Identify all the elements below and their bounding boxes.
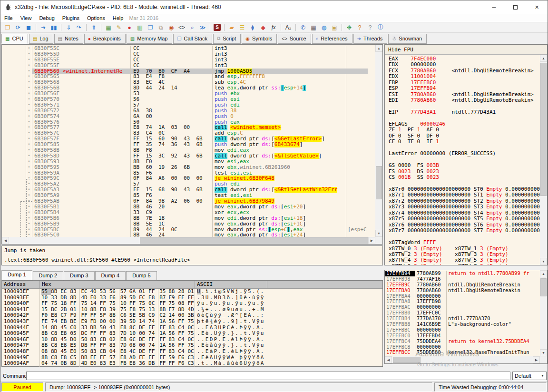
run-icon[interactable]: ➜ xyxy=(39,23,48,32)
calculator-icon[interactable]: ▦ xyxy=(309,23,318,32)
tab-snowman[interactable]: ☃Snowman xyxy=(388,34,427,44)
snowman-s-icon[interactable]: S xyxy=(214,24,221,31)
stack-vscrollbar[interactable]: ▲ ▼ xyxy=(540,270,547,356)
menu-item-options[interactable]: Options xyxy=(83,14,109,22)
breakpoint-dot[interactable]: • xyxy=(26,210,32,216)
close-button[interactable]: ✕ xyxy=(526,0,548,14)
stack-hscroll-thumb[interactable] xyxy=(393,357,421,363)
help-icon[interactable]: ? xyxy=(355,23,364,32)
script-icon[interactable]: ⧉ xyxy=(156,23,166,32)
stack-hscrollbar[interactable]: ◀ ▶ xyxy=(385,356,540,363)
info-icon[interactable]: ⓘ xyxy=(376,23,385,32)
tab-references[interactable]: ⌕References xyxy=(312,34,352,44)
dump-tab-3[interactable]: Dump 3 xyxy=(64,271,95,280)
breakpoint-dot[interactable]: • xyxy=(26,153,32,159)
disasm-hscrollbar[interactable]: ◀ ▶ xyxy=(2,237,375,244)
disasm-row[interactable]: •6B30F56F53push ebx xyxy=(2,91,368,97)
disasm-row[interactable]: •6B30F560 <wininet.InternetReE9 70 B0 CF… xyxy=(2,69,368,74)
disasm-row[interactable]: •6B30F5A3FF 15 68 90 43 6Bcall dword ptr… xyxy=(2,187,368,193)
stack-row[interactable]: 17EFFBBC00000000 xyxy=(385,327,539,333)
disasm-vscroll-thumb[interactable] xyxy=(376,166,382,199)
breakpoint-dot[interactable]: • xyxy=(26,46,32,51)
pause-icon[interactable]: ▮▮ xyxy=(49,23,59,32)
disasm-row[interactable]: •6B30F5B98B 5E 1Cmov ebx,dword ptr ds:[e… xyxy=(2,221,368,227)
breakpoint-dot[interactable]: • xyxy=(26,51,32,57)
stack-row[interactable]: 17EFFB9C7780AB60ntdll.DbgUiRemoteBreakin xyxy=(385,282,539,288)
dump-tab-5[interactable]: Dump 5 xyxy=(126,271,157,280)
disasm-row[interactable]: •6B30F55ECCint3 xyxy=(2,57,368,63)
disasm-row[interactable]: •6B30F57157push edi xyxy=(2,102,368,108)
disasm-row[interactable]: •6B30F5A257push edi xyxy=(2,181,368,187)
tab-breakpoints[interactable]: ●Breakpoints xyxy=(84,34,126,44)
breakpoint-dot[interactable]: • xyxy=(26,159,32,165)
breakpoint-dot[interactable]: • xyxy=(26,69,32,74)
disasm-row[interactable]: •6B30F58DFF 15 3C 92 43 6Bcall dword ptr… xyxy=(2,153,368,159)
dump-row[interactable]: 1000945F8BC8E805DCFFFF837D1000741A56FF75… xyxy=(2,331,382,337)
breakpoint-dot[interactable]: • xyxy=(26,136,32,142)
source-icon[interactable]: <> xyxy=(177,23,186,32)
breakpoint-dot[interactable]: • xyxy=(26,165,32,170)
command-input[interactable] xyxy=(26,372,510,380)
search-icon[interactable]: ⌕ xyxy=(187,23,197,32)
scroll-up-arrow-icon[interactable]: ▲ xyxy=(540,55,547,62)
fx-icon[interactable]: fx xyxy=(269,23,278,32)
tab-source[interactable]: <>Source xyxy=(278,34,311,44)
dump-row[interactable]: 1000943FFE74EBBEE9FD0000395D14741A56FF75… xyxy=(2,319,382,325)
disasm-row[interactable]: •6B30F5A985 F6test esi,esi xyxy=(2,193,368,198)
scroll-up-arrow-icon[interactable]: ▲ xyxy=(540,270,547,277)
breakpoint-dot[interactable]: • xyxy=(26,74,32,79)
dump-tab-2[interactable]: Dump 2 xyxy=(33,271,64,280)
breakpoint-dot[interactable]: • xyxy=(26,97,32,102)
breakpoint-dot[interactable]: • xyxy=(26,63,32,69)
hide-fpu-button[interactable]: Hide FPU xyxy=(385,45,547,55)
disasm-vscrollbar[interactable]: ▲ ▼ xyxy=(375,45,382,237)
window-picture-icon[interactable]: ▣ xyxy=(330,23,339,32)
dump-row[interactable]: 1000948F088D45E05083CB04E84CDEFFFF83C40C… xyxy=(2,349,382,355)
restart-icon[interactable]: ⟳ xyxy=(13,23,23,32)
disasm-row[interactable]: •6B30F57C83 C4 0Cadd esp,C xyxy=(2,130,368,136)
tab-cpu[interactable]: ▦CPU xyxy=(1,34,28,44)
disasm-row[interactable]: •6B30F577E8 74 1A 03 00call <wininet.mem… xyxy=(2,125,368,130)
menu-item-plugins[interactable]: Plugins xyxy=(59,14,83,22)
label-icon[interactable]: ⧫ xyxy=(248,23,257,32)
disasm-row[interactable]: •6B30F5BC89 44 24 0Cmov dword ptr ss:[es… xyxy=(2,227,368,233)
globe-icon[interactable]: ◍ xyxy=(319,23,329,32)
tab-memory-map[interactable]: ▥Memory Map xyxy=(127,34,173,44)
dump-row[interactable]: 1000940FFF7518FF7514FF7510FF750CFF7508FF… xyxy=(2,301,382,307)
breakpoint-dot[interactable]: • xyxy=(26,147,32,153)
tab-symbols[interactable]: ◉Symbols xyxy=(242,34,277,44)
references-icon[interactable]: ≫ xyxy=(198,23,207,32)
disasm-row[interactable]: •6B30F5B433 C9xor ecx,ecx xyxy=(2,210,368,216)
disasm-row[interactable]: •6B30F5AB0F 84 98 A2 06 00je wininet.6B3… xyxy=(2,198,368,204)
question-icon[interactable]: ? xyxy=(365,23,375,32)
scroll-down-arrow-icon[interactable]: ▼ xyxy=(540,349,547,356)
patch-icon[interactable]: ▰ xyxy=(227,23,236,32)
breakpoint-dot[interactable]: • xyxy=(26,91,32,97)
dump-tab-1[interactable]: Dump 1 xyxy=(1,270,32,280)
symbols-icon[interactable]: ◉ xyxy=(166,23,176,32)
tab-notes[interactable]: ▤Notes xyxy=(54,34,83,44)
disasm-row[interactable]: •6B30F59C0F 84 A6 00 00 00je wininet.6B3… xyxy=(2,176,368,181)
dump-row[interactable]: 100093EF558BEC83EC405356576A01FF35882801… xyxy=(2,289,382,295)
breakpoint-dot[interactable]: • xyxy=(26,114,32,119)
minimize-button[interactable]: ─ xyxy=(483,0,505,14)
stack-row[interactable]: 17EFFBA07780AB60ntdll.DbgUiRemoteBreakin xyxy=(385,288,539,294)
stack-row[interactable]: 17EFFB987477AF16 xyxy=(385,276,539,282)
disasm-row[interactable]: •6B30F595BB 60 19 26 6Bmov ebx,wininet.6… xyxy=(2,165,368,170)
command-profile-combo[interactable]: Default ▼ xyxy=(512,372,547,380)
breakpoint-dot[interactable]: • xyxy=(26,221,32,227)
disasm-row[interactable]: •6B30F57FFF 15 60 90 43 6Bcall dword ptr… xyxy=(2,136,368,142)
breakpoint-dot[interactable]: • xyxy=(26,170,32,176)
stack-row[interactable]: 17EFFBC475DDDEA4return to kernel32.75DDD… xyxy=(385,339,539,344)
registers-vscroll-thumb[interactable] xyxy=(540,63,547,196)
tab-script[interactable]: ⧉Script xyxy=(213,34,241,44)
tab-log[interactable]: ▤Log xyxy=(29,34,53,44)
disasm-hscroll-thumb[interactable] xyxy=(140,237,368,244)
breakpoint-dot[interactable]: • xyxy=(26,227,32,233)
breakpoint-dot[interactable]: • xyxy=(26,142,32,147)
disasm-row[interactable]: •6B30F57056push esi xyxy=(2,97,368,102)
breakpoint-dot-icon[interactable]: ● xyxy=(125,23,134,32)
scroll-right-arrow-icon[interactable]: ▶ xyxy=(533,356,540,363)
disasm-row[interactable]: •6B30F56883 EC 4Csub esp,4C xyxy=(2,79,368,85)
menu-item-debug[interactable]: Debug xyxy=(35,14,58,22)
